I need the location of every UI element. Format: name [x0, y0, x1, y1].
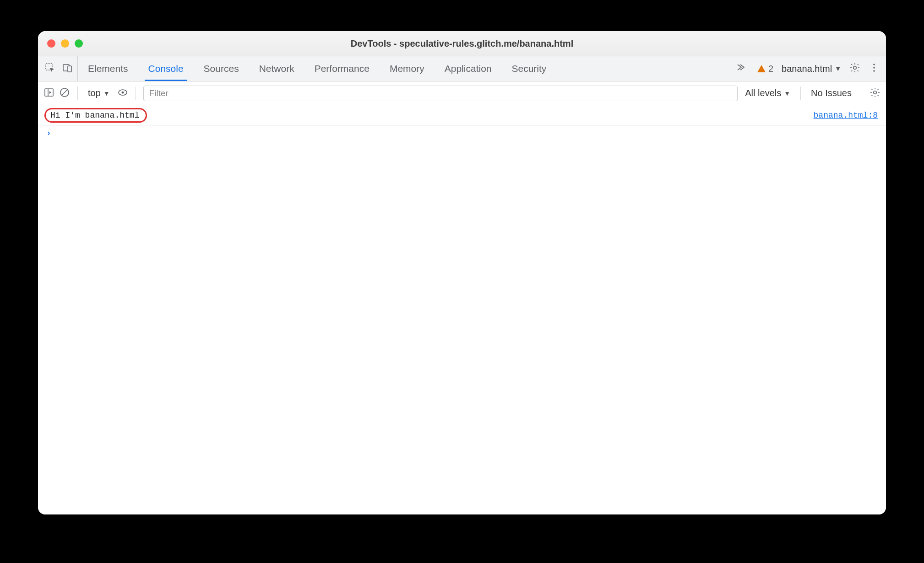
svg-point-12	[121, 91, 124, 93]
separator	[800, 87, 801, 100]
tab-security[interactable]: Security	[501, 56, 556, 81]
separator	[77, 87, 78, 100]
console-log-row: Hi I'm banana.html banana.html:8	[38, 105, 886, 126]
log-levels-dropdown[interactable]: All levels ▼	[742, 88, 793, 98]
tab-console[interactable]: Console	[138, 56, 194, 81]
svg-point-5	[873, 67, 875, 69]
frame-context-dropdown[interactable]: banana.html ▼	[782, 64, 841, 74]
svg-point-6	[873, 70, 875, 72]
svg-rect-7	[45, 89, 53, 96]
console-filter-input[interactable]	[143, 86, 738, 101]
maximize-window-button[interactable]	[75, 39, 83, 48]
more-tabs-icon[interactable]	[731, 62, 749, 76]
tab-sources[interactable]: Sources	[194, 56, 249, 81]
tabbar-right: 2 banana.html ▼	[731, 56, 886, 81]
traffic-lights	[38, 39, 83, 48]
svg-line-10	[62, 90, 67, 95]
tab-memory[interactable]: Memory	[380, 56, 435, 81]
toggle-sidebar-icon[interactable]	[43, 87, 54, 100]
svg-point-4	[873, 64, 875, 65]
live-expression-icon[interactable]	[117, 87, 128, 100]
warning-icon	[757, 65, 766, 72]
close-window-button[interactable]	[47, 39, 55, 48]
panel-tabs: Elements Console Sources Network Perform…	[78, 56, 556, 81]
console-log-source-link[interactable]: banana.html:8	[814, 111, 878, 120]
titlebar: DevTools - speculative-rules.glitch.me/b…	[38, 31, 886, 56]
svg-point-13	[874, 91, 876, 93]
tab-elements[interactable]: Elements	[78, 56, 138, 81]
tab-application[interactable]: Application	[435, 56, 502, 81]
chevron-down-icon: ▼	[835, 65, 841, 72]
devtools-window: DevTools - speculative-rules.glitch.me/b…	[38, 31, 886, 514]
tabbar: Elements Console Sources Network Perform…	[38, 56, 886, 81]
frame-context-label: banana.html	[782, 64, 832, 74]
svg-point-3	[853, 66, 856, 69]
svg-rect-2	[68, 66, 71, 72]
console-toolbar: top ▼ All levels ▼ No Issues	[38, 81, 886, 105]
device-toolbar-icon[interactable]	[62, 62, 73, 75]
minimize-window-button[interactable]	[61, 39, 69, 48]
prompt-caret-icon: ›	[46, 129, 51, 138]
warnings-badge[interactable]: 2	[757, 64, 773, 74]
execution-context-label: top	[88, 88, 101, 98]
chevron-down-icon: ▼	[103, 90, 110, 97]
execution-context-dropdown[interactable]: top ▼	[85, 88, 113, 98]
separator	[136, 87, 136, 100]
more-options-icon[interactable]	[869, 62, 880, 75]
tab-performance[interactable]: Performance	[304, 56, 380, 81]
inspect-element-icon[interactable]	[44, 62, 55, 75]
tab-network[interactable]: Network	[249, 56, 304, 81]
console-log-message: Hi I'm banana.html	[44, 108, 147, 123]
console-body: Hi I'm banana.html banana.html:8 ›	[38, 105, 886, 514]
inspect-tools	[38, 56, 78, 81]
separator	[862, 87, 862, 100]
chevron-down-icon: ▼	[784, 90, 790, 97]
console-settings-gear-icon[interactable]	[870, 87, 881, 100]
log-levels-label: All levels	[745, 88, 781, 98]
console-prompt[interactable]: ›	[38, 126, 886, 141]
clear-console-icon[interactable]	[59, 87, 70, 100]
settings-gear-icon[interactable]	[849, 62, 860, 75]
issues-status[interactable]: No Issues	[808, 88, 854, 98]
window-title: DevTools - speculative-rules.glitch.me/b…	[38, 38, 886, 49]
warnings-count: 2	[768, 64, 773, 74]
